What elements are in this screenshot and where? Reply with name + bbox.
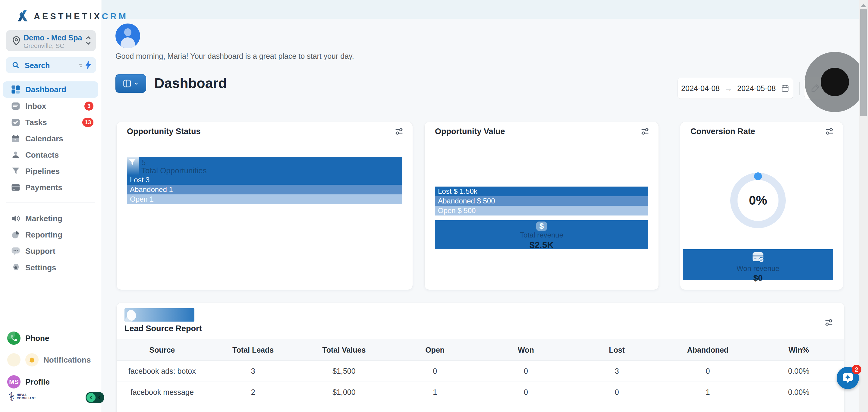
sidebar-item-marketing[interactable]: Marketing [3, 210, 98, 227]
tasks-check-icon [11, 118, 21, 127]
col-source: Source [117, 346, 208, 354]
scrollbar-thumb[interactable] [860, 9, 867, 116]
total-revenue-value: $2.5K [530, 240, 554, 250]
sidebar-item-tasks[interactable]: Tasks 13 [3, 114, 98, 130]
phone-label: Phone [25, 334, 49, 343]
lead-source-report-card: Lead Source Report Source Total Leads To… [116, 303, 844, 412]
sidebar-item-support[interactable]: Support [3, 243, 98, 259]
bell-ghost-icon [7, 353, 21, 367]
sidebar-item-label: Dashboard [25, 85, 66, 94]
opportunity-value-chart: Lost $ 1.50k Abandoned $ 500 Open $ 500 [435, 187, 648, 216]
won-revenue-block: Won revenue $0 [683, 249, 833, 280]
lead-source-title: Lead Source Report [124, 324, 202, 333]
avatar: MS [7, 375, 21, 388]
col-won: Won [480, 346, 571, 354]
conversion-rate-card: Conversion Rate 0% Won revenue $0 [680, 122, 843, 290]
dollar-icon: $ [536, 222, 547, 231]
tasks-badge: 13 [82, 118, 93, 127]
col-lost: Lost [571, 346, 662, 354]
pie-chart-icon [11, 230, 21, 240]
calendar-icon [11, 134, 21, 144]
calendar-icon [781, 84, 789, 93]
col-abandoned: Abandoned [662, 346, 753, 354]
scroll-up-arrow[interactable] [861, 4, 866, 7]
date-to: 2024-05-08 [737, 84, 776, 93]
user-avatar[interactable] [116, 24, 140, 48]
sidebar-item-label: Support [25, 247, 56, 256]
sidebar-item-settings[interactable]: Settings [3, 259, 98, 276]
search-placeholder: Search [25, 61, 50, 70]
total-revenue-label: Total revenue [520, 231, 563, 239]
opportunity-status-card: Opportunity Status 5 Total Opportunities… [116, 122, 413, 290]
widget-settings-icon[interactable] [824, 317, 834, 329]
phone-icon [7, 331, 21, 345]
sidebar-collapse-toggle[interactable] [86, 392, 104, 403]
bar-lost[interactable]: Lost 3 [127, 175, 402, 185]
sidebar-item-inbox[interactable]: Inbox 3 [3, 98, 98, 114]
widget-settings-icon[interactable] [824, 126, 835, 138]
credit-card-icon [11, 183, 21, 192]
bar-open[interactable]: Open 1 [127, 194, 402, 204]
caduceus-icon: ⚕ [8, 390, 15, 403]
date-range-picker[interactable]: 2024-04-08 → 2024-05-08 [678, 78, 793, 99]
sidebar-item-label: Contacts [25, 150, 59, 160]
search-input[interactable]: Search [6, 57, 96, 73]
chevron-left-icon [87, 393, 96, 402]
location-city: Greenville, SC [24, 42, 64, 50]
sidebar-item-dashboard[interactable]: Dashboard [3, 82, 98, 98]
total-opportunities-label: Total Opportunities [141, 166, 207, 176]
sidebar-item-calendars[interactable]: Calendars [3, 130, 98, 147]
gear-icon [11, 263, 21, 273]
sidebar-item-payments[interactable]: Payments [3, 179, 98, 196]
dashboard-layout-button[interactable] [116, 74, 146, 93]
chevron-left-icon [97, 394, 103, 401]
sidebar-item-label: Calendars [25, 134, 63, 144]
location-selector[interactable]: Demo - Med Spa Greenville, SC [6, 30, 96, 51]
wallet-check-icon [751, 251, 765, 264]
sidebar-divider [6, 202, 95, 203]
sidebar-item-label: Pipelines [25, 167, 60, 176]
conversion-percent: 0% [730, 173, 786, 228]
bar-lost-value[interactable]: Lost $ 1.50k [435, 187, 648, 196]
card-title: Opportunity Status [127, 127, 201, 136]
sidebar-item-label: Reporting [25, 230, 62, 240]
bar-abandoned[interactable]: Abandoned 1 [127, 185, 402, 194]
bell-icon [25, 353, 38, 367]
widget-settings-icon[interactable] [640, 126, 650, 138]
location-name: Demo - Med Spa [24, 33, 82, 42]
lead-source-badge-graphic [124, 308, 194, 322]
bar-open-value[interactable]: Open $ 500 [435, 206, 648, 216]
table-row[interactable]: facebook ads: botox 3 $1,500 0 0 3 0 0.0… [117, 361, 844, 382]
sidebar-item-profile[interactable]: MS Profile [7, 374, 50, 390]
sidebar-item-phone[interactable]: Phone [7, 330, 49, 346]
table-header-row: Source Total Leads Total Values Open Won… [117, 339, 844, 361]
bar-abandoned-value[interactable]: Abandoned $ 500 [435, 196, 648, 206]
col-win-pct: Win% [753, 346, 844, 354]
sidebar-item-label: Settings [25, 263, 56, 273]
funnel-icon [128, 158, 137, 167]
sidebar-item-label: Inbox [25, 102, 46, 111]
sidebar-item-pipelines[interactable]: Pipelines [3, 163, 98, 179]
sidebar-item-label: Marketing [25, 214, 62, 223]
card-title: Conversion Rate [690, 127, 755, 136]
date-from: 2024-04-08 [681, 84, 720, 93]
table-row[interactable]: facebook message 2 $1,000 1 0 0 1 0.00% [117, 382, 844, 403]
col-total-leads: Total Leads [208, 346, 299, 354]
chevron-updown-icon [84, 35, 92, 47]
inbox-icon [11, 101, 21, 111]
sidebar-item-contacts[interactable]: Contacts [3, 147, 98, 163]
opportunity-status-chart: 5 Total Opportunities Lost 3 Abandoned 1… [127, 157, 402, 204]
help-chat-fab[interactable]: 2 [837, 367, 859, 389]
notifications-label: Notifications [43, 355, 91, 365]
sidebar-item-notifications[interactable]: Notifications [7, 352, 91, 368]
greeting-text: Good morning, Maria! Your dashboard is a… [116, 52, 354, 61]
arrow-right-icon: → [724, 84, 733, 93]
brand-logo-icon [15, 8, 31, 25]
chat-bubble-icon [11, 246, 21, 256]
won-revenue-label: Won revenue [737, 264, 779, 273]
cursor-overlay [805, 52, 865, 112]
widget-settings-icon[interactable] [394, 126, 404, 138]
total-revenue-block: $ Total revenue $2.5K [435, 220, 648, 249]
scrollbar[interactable] [859, 0, 868, 412]
sidebar-item-reporting[interactable]: Reporting [3, 227, 98, 243]
